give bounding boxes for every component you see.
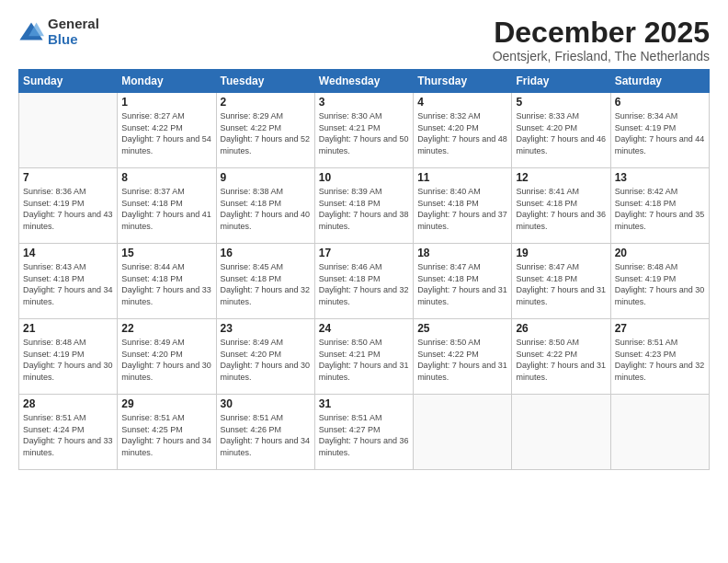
day-number: 31 — [319, 397, 409, 410]
table-row: 4 Sunrise: 8:32 AMSunset: 4:20 PMDayligh… — [414, 93, 512, 168]
cell-text: Sunrise: 8:39 AMSunset: 4:18 PMDaylight:… — [319, 187, 409, 231]
col-monday: Monday — [118, 70, 216, 93]
table-row: 18 Sunrise: 8:47 AMSunset: 4:18 PMDaylig… — [414, 244, 512, 319]
cell-text: Sunrise: 8:41 AMSunset: 4:18 PMDaylight:… — [516, 187, 606, 231]
cell-text: Sunrise: 8:37 AMSunset: 4:18 PMDaylight:… — [121, 187, 211, 231]
calendar-week-row: 28 Sunrise: 8:51 AMSunset: 4:24 PMDaylig… — [19, 395, 710, 470]
calendar-title: December 2025 — [493, 17, 710, 49]
cell-text: Sunrise: 8:50 AMSunset: 4:21 PMDaylight:… — [319, 338, 409, 382]
col-wednesday: Wednesday — [314, 70, 413, 93]
table-row: 25 Sunrise: 8:50 AMSunset: 4:22 PMDaylig… — [414, 319, 512, 395]
cell-text: Sunrise: 8:51 AMSunset: 4:23 PMDaylight:… — [615, 338, 705, 382]
day-number: 1 — [121, 96, 211, 109]
table-row: 27 Sunrise: 8:51 AMSunset: 4:23 PMDaylig… — [610, 319, 709, 395]
calendar-location: Oentsjerk, Friesland, The Netherlands — [493, 49, 710, 63]
table-row: 22 Sunrise: 8:49 AMSunset: 4:20 PMDaylig… — [118, 319, 216, 395]
day-number: 11 — [417, 171, 507, 184]
day-number: 22 — [121, 322, 211, 335]
col-sunday: Sunday — [19, 70, 118, 93]
table-row — [19, 93, 118, 168]
cell-text: Sunrise: 8:49 AMSunset: 4:20 PMDaylight:… — [121, 338, 211, 382]
logo: General Blue — [18, 17, 99, 47]
table-row: 16 Sunrise: 8:45 AMSunset: 4:18 PMDaylig… — [216, 244, 314, 319]
table-row: 24 Sunrise: 8:50 AMSunset: 4:21 PMDaylig… — [314, 319, 413, 395]
table-row: 26 Sunrise: 8:50 AMSunset: 4:22 PMDaylig… — [512, 319, 610, 395]
day-number: 28 — [23, 397, 113, 410]
table-row: 2 Sunrise: 8:29 AMSunset: 4:22 PMDayligh… — [216, 93, 314, 168]
col-saturday: Saturday — [610, 70, 709, 93]
day-number: 9 — [221, 171, 311, 184]
table-row: 31 Sunrise: 8:51 AMSunset: 4:27 PMDaylig… — [314, 395, 413, 470]
header: General Blue December 2025 Oentsjerk, Fr… — [18, 17, 710, 63]
day-number: 20 — [615, 247, 705, 259]
cell-text: Sunrise: 8:46 AMSunset: 4:18 PMDaylight:… — [319, 262, 409, 306]
table-row — [610, 395, 709, 470]
col-friday: Friday — [512, 70, 610, 93]
cell-text: Sunrise: 8:51 AMSunset: 4:27 PMDaylight:… — [319, 413, 409, 457]
cell-text: Sunrise: 8:48 AMSunset: 4:19 PMDaylight:… — [615, 262, 705, 306]
table-row: 9 Sunrise: 8:38 AMSunset: 4:18 PMDayligh… — [216, 168, 314, 244]
cell-text: Sunrise: 8:47 AMSunset: 4:18 PMDaylight:… — [417, 262, 507, 306]
day-number: 18 — [417, 247, 507, 259]
table-row: 8 Sunrise: 8:37 AMSunset: 4:18 PMDayligh… — [118, 168, 216, 244]
table-row: 20 Sunrise: 8:48 AMSunset: 4:19 PMDaylig… — [610, 244, 709, 319]
cell-text: Sunrise: 8:50 AMSunset: 4:22 PMDaylight:… — [516, 338, 606, 382]
day-number: 14 — [23, 247, 113, 259]
table-row: 21 Sunrise: 8:48 AMSunset: 4:19 PMDaylig… — [19, 319, 118, 395]
day-number: 7 — [23, 171, 113, 184]
table-row: 30 Sunrise: 8:51 AMSunset: 4:26 PMDaylig… — [216, 395, 314, 470]
calendar-week-row: 1 Sunrise: 8:27 AMSunset: 4:22 PMDayligh… — [19, 93, 710, 168]
logo-blue: Blue — [48, 32, 99, 48]
cell-text: Sunrise: 8:34 AMSunset: 4:19 PMDaylight:… — [615, 111, 705, 155]
day-number: 26 — [516, 322, 606, 335]
table-row: 13 Sunrise: 8:42 AMSunset: 4:18 PMDaylig… — [610, 168, 709, 244]
cell-text: Sunrise: 8:38 AMSunset: 4:18 PMDaylight:… — [221, 187, 311, 231]
day-number: 8 — [121, 171, 211, 184]
cell-text: Sunrise: 8:32 AMSunset: 4:20 PMDaylight:… — [417, 111, 507, 155]
cell-text: Sunrise: 8:45 AMSunset: 4:18 PMDaylight:… — [221, 262, 311, 306]
cell-text: Sunrise: 8:42 AMSunset: 4:18 PMDaylight:… — [615, 187, 705, 231]
day-number: 6 — [615, 96, 705, 109]
table-row: 7 Sunrise: 8:36 AMSunset: 4:19 PMDayligh… — [19, 168, 118, 244]
cell-text: Sunrise: 8:33 AMSunset: 4:20 PMDaylight:… — [516, 111, 606, 155]
cell-text: Sunrise: 8:51 AMSunset: 4:25 PMDaylight:… — [121, 413, 211, 457]
table-row: 10 Sunrise: 8:39 AMSunset: 4:18 PMDaylig… — [314, 168, 413, 244]
cell-text: Sunrise: 8:50 AMSunset: 4:22 PMDaylight:… — [417, 338, 507, 382]
day-number: 24 — [319, 322, 409, 335]
calendar-header-row: Sunday Monday Tuesday Wednesday Thursday… — [19, 70, 710, 93]
calendar-week-row: 21 Sunrise: 8:48 AMSunset: 4:19 PMDaylig… — [19, 319, 710, 395]
day-number: 15 — [121, 247, 211, 259]
day-number: 27 — [615, 322, 705, 335]
cell-text: Sunrise: 8:36 AMSunset: 4:19 PMDaylight:… — [23, 187, 113, 231]
table-row: 12 Sunrise: 8:41 AMSunset: 4:18 PMDaylig… — [512, 168, 610, 244]
day-number: 19 — [516, 247, 606, 259]
cell-text: Sunrise: 8:51 AMSunset: 4:26 PMDaylight:… — [221, 413, 311, 457]
table-row: 28 Sunrise: 8:51 AMSunset: 4:24 PMDaylig… — [19, 395, 118, 470]
table-row: 23 Sunrise: 8:49 AMSunset: 4:20 PMDaylig… — [216, 319, 314, 395]
cell-text: Sunrise: 8:27 AMSunset: 4:22 PMDaylight:… — [121, 111, 211, 155]
day-number: 21 — [23, 322, 113, 335]
table-row: 29 Sunrise: 8:51 AMSunset: 4:25 PMDaylig… — [118, 395, 216, 470]
cell-text: Sunrise: 8:44 AMSunset: 4:18 PMDaylight:… — [121, 262, 211, 306]
calendar-week-row: 14 Sunrise: 8:43 AMSunset: 4:18 PMDaylig… — [19, 244, 710, 319]
calendar-week-row: 7 Sunrise: 8:36 AMSunset: 4:19 PMDayligh… — [19, 168, 710, 244]
table-row: 15 Sunrise: 8:44 AMSunset: 4:18 PMDaylig… — [118, 244, 216, 319]
cell-text: Sunrise: 8:49 AMSunset: 4:20 PMDaylight:… — [221, 338, 311, 382]
day-number: 23 — [221, 322, 311, 335]
cell-text: Sunrise: 8:30 AMSunset: 4:21 PMDaylight:… — [319, 111, 409, 155]
cell-text: Sunrise: 8:43 AMSunset: 4:18 PMDaylight:… — [23, 262, 113, 306]
table-row: 5 Sunrise: 8:33 AMSunset: 4:20 PMDayligh… — [512, 93, 610, 168]
table-row: 14 Sunrise: 8:43 AMSunset: 4:18 PMDaylig… — [19, 244, 118, 319]
table-row: 11 Sunrise: 8:40 AMSunset: 4:18 PMDaylig… — [414, 168, 512, 244]
logo-general: General — [48, 17, 99, 32]
cell-text: Sunrise: 8:47 AMSunset: 4:18 PMDaylight:… — [516, 262, 606, 306]
day-number: 17 — [319, 247, 409, 259]
cell-text: Sunrise: 8:48 AMSunset: 4:19 PMDaylight:… — [23, 338, 113, 382]
col-tuesday: Tuesday — [216, 70, 314, 93]
cell-text: Sunrise: 8:29 AMSunset: 4:22 PMDaylight:… — [221, 111, 311, 155]
day-number: 2 — [221, 96, 311, 109]
logo-icon — [18, 19, 44, 45]
table-row: 17 Sunrise: 8:46 AMSunset: 4:18 PMDaylig… — [314, 244, 413, 319]
page: General Blue December 2025 Oentsjerk, Fr… — [0, 0, 728, 563]
logo-text: General Blue — [48, 17, 99, 47]
